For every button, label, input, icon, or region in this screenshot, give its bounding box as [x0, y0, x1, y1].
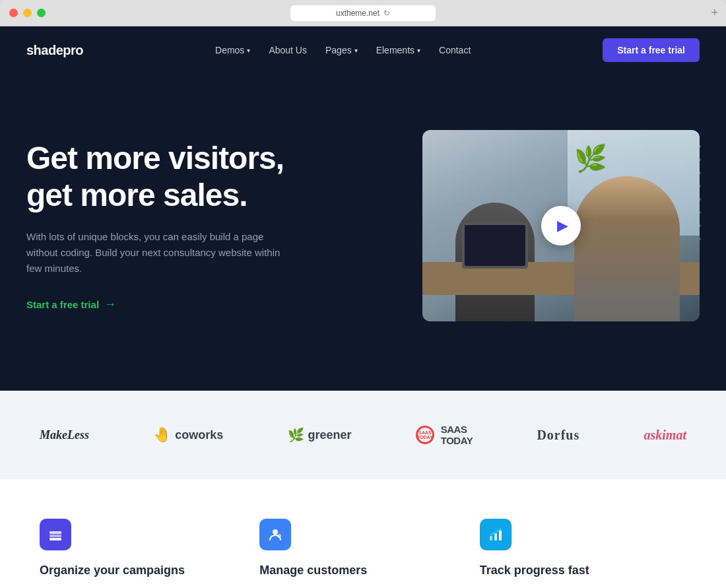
hero-title: Get more visitors, get more sales. [26, 140, 290, 212]
leaf-icon: 🌿 [288, 427, 304, 443]
nav-link-demos[interactable]: Demos ▾ [207, 40, 258, 61]
close-button[interactable] [9, 9, 18, 17]
website-content: shadepro Demos ▾ About Us Pages ▾ [0, 26, 726, 588]
person-icon [267, 527, 283, 542]
nav-links: Demos ▾ About Us Pages ▾ [207, 40, 478, 61]
feature-progress: Track progress fast With lots of unique … [480, 519, 686, 588]
chevron-down-icon: ▾ [354, 47, 358, 54]
chevron-down-icon: ▾ [247, 47, 250, 54]
chart-icon [488, 527, 504, 542]
hero-section: Get more visitors, get more sales. With … [0, 74, 726, 391]
minimize-button[interactable] [23, 9, 32, 17]
makeless-label: MakeLess [40, 428, 89, 442]
browser-window: uxtheme.net ↻ + shadepro Demos ▾ About U… [0, 0, 726, 588]
partners-section: MakeLess 🤚 coworks 🌿 greener SAASTODAY S… [0, 391, 726, 479]
maximize-button[interactable] [37, 9, 46, 17]
greener-label: greener [308, 428, 352, 442]
nav-item-about[interactable]: About Us [261, 40, 315, 61]
feature-customers: Manage customers With lots of unique blo… [259, 519, 466, 588]
customers-desc: With lots of unique blocks, you can easi… [259, 585, 466, 588]
play-button[interactable]: ▶ [541, 206, 581, 245]
svg-rect-79 [499, 531, 502, 540]
video-thumbnail[interactable]: ▶ [422, 130, 700, 321]
saastoday-label: SAASTODAY [441, 424, 473, 446]
hero-description: With lots of unique blocks, you can easi… [26, 229, 290, 277]
partner-coworks: 🤚 coworks [153, 426, 223, 443]
svg-point-75 [273, 529, 278, 535]
play-icon: ▶ [557, 217, 568, 234]
reload-icon[interactable]: ↻ [383, 9, 390, 18]
coworks-label: coworks [175, 428, 223, 442]
partner-saastoday: SAASTODAY SAASTODAY [416, 424, 473, 446]
campaigns-title: Organize your campaigns [40, 564, 246, 577]
chevron-down-icon: ▾ [417, 47, 420, 54]
campaigns-icon [40, 519, 71, 550]
nav-item-pages[interactable]: Pages ▾ [317, 40, 366, 61]
nav-link-about[interactable]: About Us [261, 40, 315, 61]
dorfus-label: Dorfus [537, 428, 579, 443]
partner-dorfus: Dorfus [537, 428, 579, 443]
arrow-right-icon: → [104, 298, 116, 311]
browser-titlebar: uxtheme.net ↻ + [0, 0, 726, 26]
customers-title: Manage customers [259, 564, 466, 577]
svg-rect-72 [50, 535, 61, 537]
site-logo[interactable]: shadepro [26, 43, 83, 58]
svg-rect-74 [50, 538, 61, 540]
partner-makeless: MakeLess [40, 428, 89, 442]
url-bar[interactable]: uxtheme.net ↻ [290, 5, 436, 21]
svg-point-76 [277, 534, 281, 538]
progress-icon [480, 519, 512, 550]
plant-decoration [574, 143, 594, 196]
hero-right-content: ▶ [422, 130, 700, 321]
layers-icon [48, 527, 63, 542]
campaigns-desc: With lots of unique blocks, you can easi… [40, 585, 246, 588]
person-main [574, 176, 680, 321]
nav-item-demos[interactable]: Demos ▾ [207, 40, 258, 61]
nav-link-contact[interactable]: Contact [431, 40, 478, 61]
feature-campaigns: Organize your campaigns With lots of uni… [40, 519, 246, 588]
partner-greener: 🌿 greener [288, 427, 352, 443]
svg-rect-77 [490, 536, 492, 540]
progress-title: Track progress fast [480, 564, 686, 577]
partner-askimat: askimat [644, 428, 686, 443]
nav-link-elements[interactable]: Elements ▾ [368, 40, 428, 61]
hero-cta-label: Start a free trial [26, 299, 99, 310]
customers-icon [259, 519, 291, 550]
progress-desc: With lots of unique blocks, you can easi… [480, 585, 686, 588]
circle-icon: SAASTODAY [416, 426, 434, 444]
nav-cta-button[interactable]: Start a free trial [603, 38, 700, 62]
nav-item-contact[interactable]: Contact [431, 40, 478, 61]
url-text: uxtheme.net [336, 9, 380, 18]
svg-point-80 [499, 528, 502, 531]
hero-left-content: Get more visitors, get more sales. With … [26, 140, 290, 311]
askimat-label: askimat [644, 428, 686, 443]
laptop [462, 222, 528, 269]
hand-icon: 🤚 [153, 426, 171, 443]
hero-cta-link[interactable]: Start a free trial → [26, 298, 290, 311]
navbar: shadepro Demos ▾ About Us Pages ▾ [0, 26, 726, 74]
nav-item-elements[interactable]: Elements ▾ [368, 40, 428, 61]
new-tab-button[interactable]: + [711, 6, 718, 20]
svg-rect-73 [50, 531, 61, 534]
nav-link-pages[interactable]: Pages ▾ [317, 40, 366, 61]
features-section: Organize your campaigns With lots of uni… [0, 479, 726, 588]
svg-rect-78 [494, 533, 497, 540]
